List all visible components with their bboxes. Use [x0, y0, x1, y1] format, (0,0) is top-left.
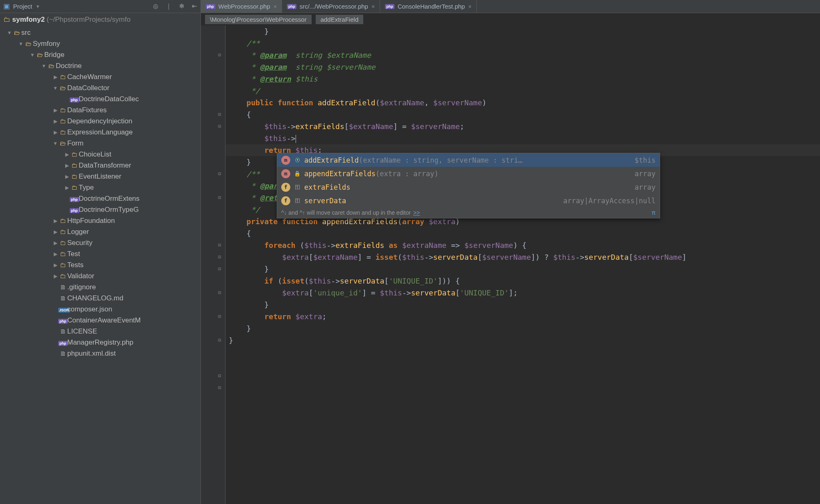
chevron-down-icon[interactable]: ▼ [41, 63, 47, 69]
chevron-down-icon[interactable]: ▼ [52, 141, 58, 146]
tree-row[interactable]: ▼🗁src [0, 27, 200, 38]
chevron-right-icon[interactable]: ▶ [64, 152, 70, 157]
completion-hint-link[interactable]: >> [413, 209, 420, 216]
tree-row[interactable]: ▶🗀DataFixtures [0, 104, 200, 116]
fold-icon[interactable]: ⊟ [218, 124, 223, 129]
tree-row[interactable]: ▶🗀Type [0, 182, 200, 193]
folder-icon: 🗀 [70, 184, 79, 191]
tree-row[interactable]: ▶🗀Tests [0, 259, 200, 270]
fold-icon[interactable]: ⊟ [218, 52, 223, 57]
tree-row[interactable]: 🗎CHANGELOG.md [0, 293, 200, 304]
chevron-down-icon[interactable]: ▼ [30, 52, 35, 58]
fold-icon[interactable]: ⊟ [218, 254, 223, 259]
tree-row[interactable]: ▶🗀EventListener [0, 171, 200, 182]
tree-item-label: DataTransformer [79, 161, 131, 170]
chevron-right-icon[interactable]: ▶ [52, 74, 58, 80]
fold-icon[interactable]: ⊟ [218, 290, 223, 295]
close-icon[interactable]: × [468, 3, 472, 10]
method-icon: m [281, 156, 290, 165]
fold-icon[interactable]: ⊟ [218, 171, 223, 176]
chevron-right-icon[interactable]: ▶ [52, 129, 58, 135]
chevron-right-icon[interactable]: ▶ [52, 107, 58, 113]
tree-item-label: ContainerAwareEventM [67, 316, 141, 325]
tree-row[interactable]: 🗎LICENSE [0, 326, 200, 337]
file-icon: 🗎 [58, 350, 67, 357]
tree-row[interactable]: ▼🗁DataCollector [0, 82, 200, 93]
chevron-right-icon[interactable]: ▶ [52, 240, 58, 246]
protected-icon: ⚿ [294, 198, 300, 204]
tree-row[interactable]: ▶🗀DataTransformer [0, 160, 200, 171]
editor-tab[interactable]: phpConsoleHandlerTest.php× [380, 0, 477, 13]
fold-icon[interactable]: ⊟ [218, 385, 223, 390]
tree-row[interactable]: ▼🗁Form [0, 138, 200, 149]
chevron-right-icon[interactable]: ▶ [52, 251, 58, 257]
tree-row[interactable]: ▼🗁Bridge [0, 49, 200, 60]
breadcrumb-namespace[interactable]: \Monolog\Processor\WebProcessor [205, 15, 312, 24]
folder-icon: 🗀 [70, 173, 79, 180]
file-icon: 🗎 [58, 328, 67, 335]
breadcrumb-method[interactable]: addExtraField [316, 15, 364, 24]
chevron-right-icon[interactable]: ▶ [64, 163, 70, 168]
tree-row[interactable]: ▶🗀CacheWarmer [0, 71, 200, 82]
chevron-right-icon[interactable]: ▶ [52, 218, 58, 224]
chevron-down-icon[interactable]: ▾ [36, 3, 39, 9]
line-icon[interactable]: ｜ [166, 2, 172, 10]
chevron-down-icon[interactable]: ▼ [7, 30, 12, 36]
tree-row[interactable]: phpDoctrineOrmTypeG [0, 204, 200, 215]
completion-return-type: array [635, 170, 656, 178]
fold-icon[interactable]: ⊟ [218, 373, 223, 378]
folder-icon: 🗀 [58, 73, 67, 80]
chevron-down-icon[interactable]: ▼ [52, 85, 58, 91]
tree-row[interactable]: 🗎.gitignore [0, 282, 200, 293]
fold-icon[interactable]: ⊟ [218, 112, 223, 117]
gear-icon[interactable]: ✻ [179, 2, 184, 10]
editor-tab[interactable]: phpsrc/.../WebProcessor.php× [282, 0, 380, 13]
completion-hint: ^↓ and ^↑ will move caret down and up in… [277, 207, 660, 218]
completion-item[interactable]: m🔒appendExtraFields(extra : array)array [277, 167, 660, 180]
tree-row[interactable]: phpDoctrineDataCollec [0, 93, 200, 104]
fold-icon[interactable]: ⊟ [218, 243, 223, 247]
tree-row[interactable]: ▶🗀ExpressionLanguage [0, 127, 200, 138]
completion-item[interactable]: f⚿extraFieldsarray [277, 180, 660, 194]
tree-row[interactable]: ▶🗀Security [0, 237, 200, 248]
pi-icon[interactable]: π [651, 209, 656, 216]
tree-row[interactable]: ▶🗀Test [0, 248, 200, 259]
tree-item-label: DependencyInjection [67, 117, 132, 125]
chevron-right-icon[interactable]: ▶ [64, 174, 70, 179]
project-view-label[interactable]: Project [13, 3, 32, 10]
chevron-right-icon[interactable]: ▶ [52, 118, 58, 124]
code-editor[interactable]: ⊟⊟⊟⊟⊟⊟⊟⊟⊟⊟⊟⊟⊟ } /** * @param string $ext… [201, 25, 820, 504]
tree-row[interactable]: phpDoctrineOrmExtens [0, 193, 200, 204]
completion-item[interactable]: m⦿addExtraField(extraName : string, serv… [277, 153, 660, 167]
completion-item[interactable]: f⚿serverDataarray|ArrayAccess|null [277, 194, 660, 207]
tree-row[interactable]: JSONcomposer.json [0, 304, 200, 315]
tree-row[interactable]: ▶🗀HttpFoundation [0, 215, 200, 226]
close-icon[interactable]: × [371, 3, 375, 10]
tree-row[interactable]: 🗎phpunit.xml.dist [0, 348, 200, 359]
tree-row[interactable]: ▶🗀Validator [0, 270, 200, 282]
tree-item-label: Bridge [44, 51, 64, 59]
fold-icon[interactable]: ⊟ [218, 195, 223, 200]
tree-row[interactable]: ▶🗀Logger [0, 226, 200, 237]
editor-tab[interactable]: phpWebProcessor.php× [201, 0, 282, 13]
tree-row[interactable]: phpManagerRegistry.php [0, 337, 200, 348]
tree-row[interactable]: ▶🗀ChoiceList [0, 149, 200, 160]
chevron-right-icon[interactable]: ▶ [52, 229, 58, 235]
tree-row[interactable]: ▼🗁Doctrine [0, 60, 200, 71]
fold-icon[interactable]: ⊟ [218, 314, 223, 319]
completion-return-type: array|ArrayAccess|null [563, 197, 656, 205]
chevron-right-icon[interactable]: ▶ [52, 262, 58, 268]
collapse-icon[interactable]: ⇤ [192, 2, 197, 10]
target-icon[interactable]: ◎ [153, 2, 158, 10]
chevron-right-icon[interactable]: ▶ [64, 185, 70, 191]
chevron-right-icon[interactable]: ▶ [52, 273, 58, 279]
chevron-down-icon[interactable]: ▼ [18, 41, 24, 47]
close-icon[interactable]: × [273, 3, 277, 10]
tree-row[interactable]: ▶🗀DependencyInjection [0, 116, 200, 127]
tree-row[interactable]: ▼🗁Symfony [0, 38, 200, 49]
fold-icon[interactable]: ⊟ [218, 338, 223, 343]
tree-row[interactable]: phpContainerAwareEventM [0, 315, 200, 326]
fold-icon[interactable]: ⊟ [218, 266, 223, 271]
tab-label: ConsoleHandlerTest.php [398, 3, 465, 10]
project-root-row[interactable]: 🗀 symfony2 (~/PhpstormProjects/symfo [0, 13, 200, 26]
